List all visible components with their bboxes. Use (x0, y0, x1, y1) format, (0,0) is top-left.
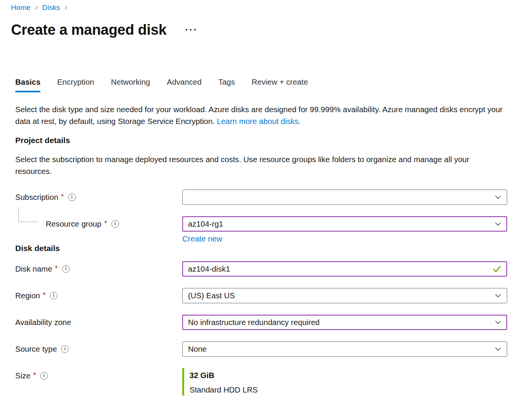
disk-name-label: Disk name (15, 264, 52, 274)
chevron-down-icon (495, 194, 501, 201)
tab-networking[interactable]: Networking (111, 77, 150, 92)
required-marker: * (55, 264, 58, 273)
info-icon[interactable]: i (40, 372, 48, 380)
availability-zone-label: Availability zone (15, 318, 71, 327)
size-label: Size (15, 371, 31, 380)
breadcrumb-link-home[interactable]: Home (11, 3, 31, 12)
info-icon[interactable]: i (62, 265, 70, 273)
resource-group-row: Resource group * i az104-rg1 (15, 216, 507, 232)
chevron-down-icon (495, 292, 501, 299)
more-options-icon[interactable] (185, 27, 196, 33)
size-row: Size * i 32 GiB Standard HDD LRS (15, 368, 507, 396)
region-dropdown[interactable]: (US) East US (182, 288, 507, 303)
source-type-dropdown-value: None (188, 344, 207, 354)
info-icon[interactable]: i (111, 220, 119, 228)
check-icon (492, 265, 501, 273)
tab-basics[interactable]: Basics (15, 77, 40, 92)
breadcrumb: Home Disks (11, 3, 507, 12)
size-sku: Standard HDD LRS (190, 385, 258, 394)
availability-zone-row: Availability zone No infrastructure redu… (15, 315, 507, 330)
region-row: Region * i (US) East US (15, 288, 507, 303)
size-summary: 32 GiB Standard HDD LRS (182, 368, 507, 396)
chevron-down-icon (495, 220, 501, 227)
create-managed-disk-page: Home Disks Create a managed disk Basics … (0, 0, 514, 396)
subscription-label: Subscription (15, 193, 58, 202)
tab-encryption[interactable]: Encryption (57, 77, 94, 92)
chevron-right-icon (34, 5, 39, 10)
info-icon[interactable]: i (61, 345, 69, 353)
disk-name-input[interactable] (188, 264, 492, 274)
source-type-dropdown[interactable]: None (182, 341, 507, 357)
disk-details-heading: Disk details (15, 243, 507, 254)
availability-zone-dropdown[interactable]: No infrastructure redundancy required (182, 315, 507, 330)
availability-zone-dropdown-value: No infrastructure redundancy required (188, 318, 320, 327)
region-label: Region (15, 291, 40, 300)
subscription-dropdown[interactable] (182, 190, 507, 205)
info-icon[interactable]: i (68, 193, 76, 201)
breadcrumb-link-disks[interactable]: Disks (42, 3, 60, 12)
region-dropdown-value: (US) East US (188, 291, 235, 300)
subscription-row: Subscription * i (15, 190, 507, 205)
create-new-resource-group-link[interactable]: Create new (182, 234, 222, 243)
required-marker: * (43, 291, 46, 299)
required-marker: * (104, 219, 107, 228)
chevron-down-icon (495, 346, 501, 352)
tab-review-create[interactable]: Review + create (252, 77, 308, 92)
tab-strip: Basics Encryption Networking Advanced Ta… (15, 77, 507, 92)
intro-text: Select the disk type and size needed for… (15, 103, 505, 127)
disk-name-input-box (182, 261, 507, 277)
chevron-right-icon (63, 5, 68, 10)
required-marker: * (61, 192, 64, 201)
size-value: 32 GiB (190, 371, 258, 380)
chevron-down-icon (495, 319, 501, 326)
info-icon[interactable]: i (50, 292, 58, 299)
project-details-description: Select the subscription to manage deploy… (15, 153, 505, 177)
resource-group-dropdown-value: az104-rg1 (188, 219, 223, 229)
source-type-row: Source type i None (15, 341, 507, 357)
resource-group-dropdown[interactable]: az104-rg1 (182, 216, 507, 232)
disk-name-row: Disk name * i (15, 261, 507, 277)
indent-connector (18, 207, 38, 222)
page-title: Create a managed disk (11, 21, 167, 38)
project-details-heading: Project details (15, 135, 507, 146)
required-marker: * (33, 371, 36, 380)
source-type-label: Source type (15, 344, 57, 354)
tab-advanced[interactable]: Advanced (167, 77, 202, 92)
resource-group-label: Resource group (46, 219, 101, 229)
tab-tags[interactable]: Tags (218, 77, 235, 92)
learn-more-link[interactable]: Learn more about disks. (217, 117, 301, 126)
